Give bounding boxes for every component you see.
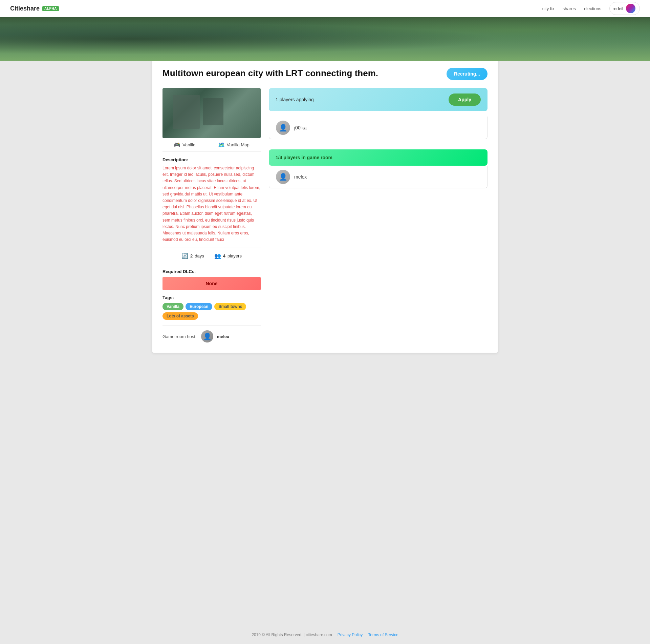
user-avatar [626, 4, 635, 13]
privacy-policy-link[interactable]: Privacy Policy [338, 632, 363, 637]
user-menu[interactable]: redeil [609, 2, 640, 15]
game-room-panel: 1/4 players in game room [269, 149, 488, 166]
game-room-count: 1/4 players in game room [276, 155, 481, 160]
nav-city-fix[interactable]: city fix [542, 6, 555, 11]
title-row: Multitown european city with LRT connect… [162, 68, 488, 80]
map-icon: 🗺️ [218, 142, 225, 148]
gamepad-icon: 🎮 [174, 142, 180, 148]
tag-vanilla[interactable]: Vanilla [162, 303, 183, 310]
players-label: players [228, 253, 242, 258]
alpha-badge: ALPHA [42, 6, 59, 11]
days-count: 2 [190, 253, 193, 258]
tags-label: Tags: [162, 295, 261, 300]
header: Citieshare ALPHA city fix shares electio… [0, 0, 650, 17]
dlc-section: Required DLCs: None [162, 269, 261, 290]
apply-panel: 1 players applying Apply [269, 88, 488, 111]
description-section: Description: Lorem ipsum dolor sit amet,… [162, 157, 261, 243]
players-stat: 👥 4 players [214, 253, 242, 259]
applying-user-avatar: 👤 [276, 121, 290, 135]
content-card: Multitown european city with LRT connect… [152, 58, 498, 353]
page-title: Multitown european city with LRT connect… [162, 68, 378, 79]
players-count: 4 [223, 253, 225, 258]
game-room-avatar-img: 👤 [276, 170, 290, 184]
hero-banner [0, 17, 650, 61]
host-label: Game room host: [162, 334, 196, 339]
terms-of-service-link[interactable]: Terms of Service [368, 632, 398, 637]
recruit-button[interactable]: Recruting... [447, 68, 488, 80]
nav-shares[interactable]: shares [563, 6, 576, 11]
map-name-label: Vanilla Map [227, 142, 250, 147]
game-room-user-avatar: 👤 [276, 170, 290, 184]
copyright: 2019 © All Rights Reserved. | citieshare… [252, 632, 332, 637]
applying-username: j00lka [294, 125, 307, 130]
game-room-section: 1/4 players in game room 👤 melex [269, 149, 488, 188]
game-room-username: melex [294, 174, 307, 180]
host-row: Game room host: 👤 melex [162, 325, 261, 342]
description-label: Description: [162, 157, 261, 162]
host-name: melex [217, 334, 229, 339]
apply-user-row: 👤 j00lka [269, 117, 488, 139]
two-column-layout: 🎮 Vanilla 🗺️ Vanilla Map Description: Lo… [162, 88, 488, 342]
clock-icon: 🔄 [181, 253, 188, 259]
map-info-row: 🎮 Vanilla 🗺️ Vanilla Map [162, 138, 261, 152]
tags-row: Vanilla European Small towns Lots of ass… [162, 303, 261, 320]
logo-area: Citieshare ALPHA [10, 5, 59, 12]
tag-lots-assets[interactable]: Lots of assets [162, 312, 198, 320]
tag-european[interactable]: European [186, 303, 212, 310]
map-type-badge: 🎮 Vanilla [174, 142, 195, 148]
left-column: 🎮 Vanilla 🗺️ Vanilla Map Description: Lo… [162, 88, 261, 342]
dlc-label: Required DLCs: [162, 269, 261, 274]
host-avatar: 👤 [201, 330, 213, 342]
logo: Citieshare [10, 5, 40, 12]
players-icon: 👥 [214, 253, 221, 259]
game-room-user-row: 👤 melex [269, 166, 488, 188]
tags-section: Tags: Vanilla European Small towns Lots … [162, 295, 261, 320]
city-image [162, 88, 261, 138]
user-name: redeil [612, 6, 623, 11]
tag-small-towns[interactable]: Small towns [214, 303, 246, 310]
nav-area: city fix shares elections redeil [542, 2, 640, 15]
host-avatar-img: 👤 [201, 330, 213, 342]
map-name-badge: 🗺️ Vanilla Map [218, 142, 250, 148]
apply-button[interactable]: Apply [449, 94, 481, 106]
map-type-label: Vanilla [182, 142, 195, 147]
apply-count: 1 players applying [276, 97, 314, 102]
applying-avatar-img: 👤 [276, 121, 290, 135]
applying-section: 1 players applying Apply 👤 j00lka [269, 88, 488, 139]
dlc-none-button[interactable]: None [162, 277, 261, 290]
days-stat: 🔄 2 days [181, 253, 204, 259]
nav-elections[interactable]: elections [584, 6, 601, 11]
footer: 2019 © All Rights Reserved. | citieshare… [0, 632, 650, 637]
stats-row: 🔄 2 days 👥 4 players [162, 248, 261, 264]
right-column: 1 players applying Apply 👤 j00lka 1/4 pl… [269, 88, 488, 342]
description-text: Lorem ipsum dolor sit amet, consectetur … [162, 165, 261, 243]
days-label: days [195, 253, 204, 258]
